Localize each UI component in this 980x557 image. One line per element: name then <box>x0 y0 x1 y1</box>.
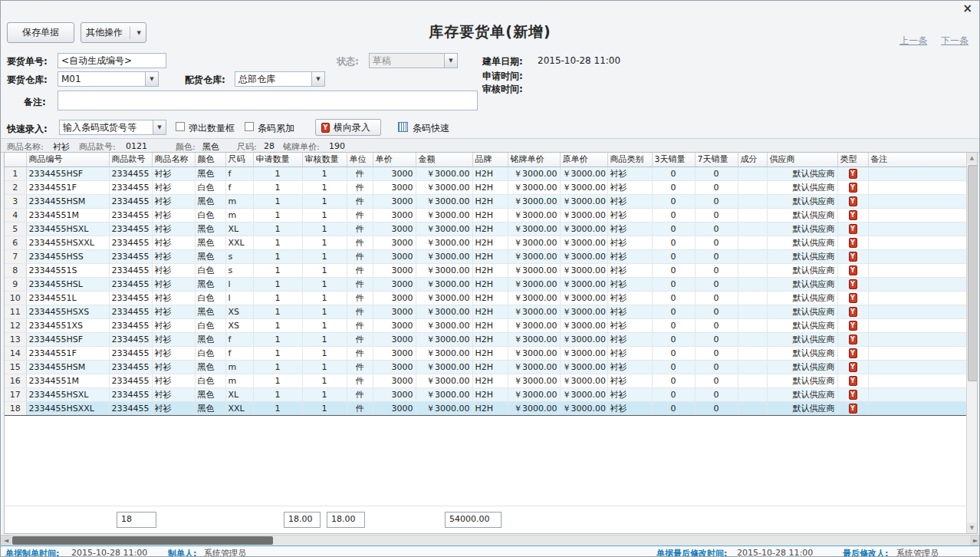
remark-field[interactable] <box>58 91 478 110</box>
scroll-left-icon[interactable]: ◄ <box>1 536 12 545</box>
horizontal-scrollbar[interactable]: ◄ ► <box>1 535 980 545</box>
table-row[interactable]: 112334455HSXS2334455衬衫黑色XS11件3000￥3000.0… <box>5 305 966 318</box>
row-number: 3 <box>5 194 26 208</box>
table-cell: 1 <box>253 374 302 387</box>
column-header[interactable]: 单价 <box>373 153 416 166</box>
table-row[interactable]: 92334455HSL2334455衬衫黑色l11件3000￥3000.00H2… <box>5 277 966 291</box>
table-cell: 2334455HSF <box>26 166 109 180</box>
table-cell: 3000 <box>373 332 416 346</box>
table-row[interactable]: 12334455HSF2334455衬衫黑色f11件3000￥3000.00H2… <box>5 166 966 180</box>
table-cell: 衬衫 <box>152 332 195 346</box>
column-header[interactable]: 备注 <box>868 153 966 166</box>
table-row[interactable]: 423344551M2334455衬衫白色m11件3000￥3000.00H2H… <box>5 208 966 222</box>
column-header[interactable]: 单位 <box>347 153 373 166</box>
table-cell: 件 <box>347 360 373 374</box>
product-size-label: 尺码: <box>237 141 257 153</box>
table-row[interactable]: 1023344551L2334455衬衫白色l11件3000￥3000.00H2… <box>5 291 966 305</box>
table-row[interactable]: 72334455HSS2334455衬衫黑色s11件3000￥3000.00H2… <box>5 249 966 263</box>
column-header[interactable]: 品牌 <box>472 153 508 166</box>
table-cell: 衬衫 <box>607 291 652 305</box>
table-cell: 2334455HSM <box>26 194 109 208</box>
product-color-label: 颜色: <box>176 141 196 153</box>
table-row[interactable]: 62334455HSXXL2334455衬衫黑色XXL11件3000￥3000.… <box>5 236 966 249</box>
chevron-down-icon: ▼ <box>153 120 166 134</box>
amount-total-field[interactable]: 54000.00 <box>445 512 502 528</box>
button-divider <box>130 26 130 39</box>
barcode-fast-icon[interactable] <box>398 122 408 132</box>
table-cell: ￥3000.00 <box>508 180 560 194</box>
table-cell: Y <box>837 263 868 277</box>
column-header[interactable]: 类型 <box>837 153 868 166</box>
barcode-accumulate-checkbox[interactable] <box>245 122 254 131</box>
horizontal-entry-button[interactable]: Y 横向录入 <box>315 119 381 136</box>
table-cell: ￥3000.00 <box>560 236 607 249</box>
column-header[interactable]: 审核数量 <box>302 153 347 166</box>
table-cell: 0 <box>695 277 738 291</box>
column-header[interactable]: 商品名称 <box>152 153 195 166</box>
table-row[interactable]: 1423344551F2334455衬衫白色f11件3000￥3000.00H2… <box>5 346 966 360</box>
column-header[interactable]: 商品类别 <box>607 153 652 166</box>
scroll-right-icon[interactable]: ► <box>970 536 980 545</box>
table-cell: f <box>225 180 253 194</box>
scroll-up-icon[interactable]: ▲ <box>967 153 977 163</box>
close-icon[interactable]: × <box>962 2 972 15</box>
next-record-link[interactable]: 下一条 <box>941 35 968 46</box>
column-header[interactable]: 供应商 <box>767 153 837 166</box>
total-count-field[interactable]: 18 <box>117 512 156 528</box>
column-header[interactable]: 原单价 <box>560 153 607 166</box>
vertical-scroll-thumb[interactable] <box>968 165 978 381</box>
scroll-down-icon[interactable]: ▼ <box>967 522 977 533</box>
modifier-label: 最后修改人: <box>843 548 888 557</box>
table-cell: ￥3000.00 <box>416 346 472 360</box>
table-cell: 0 <box>652 387 695 401</box>
table-cell: 件 <box>347 277 373 291</box>
column-header[interactable]: 金额 <box>416 153 472 166</box>
table-row[interactable]: 172334455HSXL2334455衬衫黑色XL11件3000￥3000.0… <box>5 387 966 401</box>
column-header[interactable]: 申请数量 <box>253 153 302 166</box>
table-row[interactable]: 182334455HSXXL2334455衬衫黑色XXL11件3000￥3000… <box>5 401 966 415</box>
column-header[interactable]: 尺码 <box>225 153 253 166</box>
table-cell: 3000 <box>373 180 416 194</box>
table-cell: f <box>225 346 253 360</box>
column-header[interactable]: 铭牌单价 <box>508 153 560 166</box>
table-row[interactable]: 132334455HSF2334455衬衫黑色f11件3000￥3000.00H… <box>5 332 966 346</box>
table-row[interactable]: 152334455HSM2334455衬衫黑色m11件3000￥3000.00H… <box>5 360 966 374</box>
table-row[interactable]: 1623344551M2334455衬衫白色m11件3000￥3000.00H2… <box>5 374 966 387</box>
table-row[interactable]: 32334455HSM2334455衬衫黑色m11件3000￥3000.00H2… <box>5 194 966 208</box>
table-cell: 默认供应商 <box>767 346 837 360</box>
table-cell: Y <box>837 387 868 401</box>
row-number: 6 <box>5 236 26 249</box>
column-header[interactable]: 商品款号 <box>109 153 152 166</box>
table-cell: 1 <box>302 305 347 318</box>
column-header[interactable]: 商品编号 <box>26 153 109 166</box>
table-cell: 2334455HSXL <box>26 222 109 236</box>
column-header[interactable]: 颜色 <box>195 153 225 166</box>
vertical-scrollbar[interactable]: ▲ ▼ <box>966 153 977 533</box>
table-row[interactable]: 823344551S2334455衬衫白色s11件3000￥3000.00H2H… <box>5 263 966 277</box>
audit-qty-total-field[interactable]: 18.00 <box>327 512 365 528</box>
column-header[interactable]: 3天销量 <box>652 153 695 166</box>
table-cell: 衬衫 <box>152 194 195 208</box>
apply-qty-total-field[interactable]: 18.00 <box>284 512 321 528</box>
column-header[interactable]: 7天销量 <box>695 153 738 166</box>
table-row[interactable]: 1223344551XS2334455衬衫白色XS11件3000￥3000.00… <box>5 318 966 332</box>
table-row[interactable]: 52334455HSXL2334455衬衫黑色XL11件3000￥3000.00… <box>5 222 966 236</box>
table-cell: 0 <box>695 318 738 332</box>
save-button[interactable]: 保存单据 <box>7 22 74 43</box>
table-cell: 1 <box>253 305 302 318</box>
other-operations-button[interactable]: 其他操作 ▼ <box>81 22 146 43</box>
dist-warehouse-select[interactable]: 总部仓库 ▼ <box>235 71 325 87</box>
table-cell: H2H <box>472 401 508 415</box>
order-no-field[interactable]: <自动生成编号> <box>58 53 166 68</box>
row-number: 12 <box>5 318 26 332</box>
prev-record-link[interactable]: 上一条 <box>899 35 927 46</box>
table-cell: XS <box>225 318 253 332</box>
quick-entry-combo[interactable]: 输入条码或货号等 ▼ <box>59 120 166 135</box>
column-header[interactable]: 成分 <box>738 153 767 166</box>
table-row[interactable]: 223344551F2334455衬衫白色f11件3000￥3000.00H2H… <box>5 180 966 194</box>
req-warehouse-select[interactable]: M01 ▼ <box>58 71 159 87</box>
horizontal-scroll-thumb[interactable] <box>12 536 273 545</box>
table-cell: Y <box>837 346 868 360</box>
table-cell: 2334455HSXS <box>26 305 109 318</box>
popup-qty-checkbox[interactable] <box>176 122 185 131</box>
